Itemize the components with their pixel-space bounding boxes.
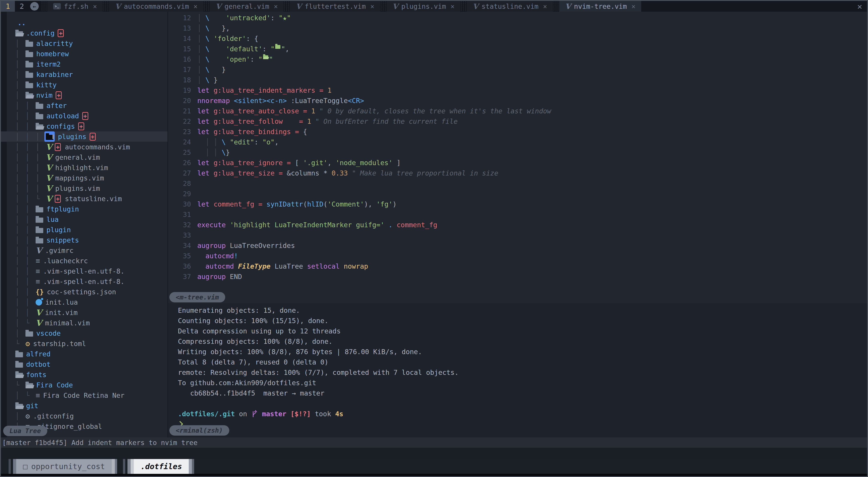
close-tab-icon[interactable]: × — [543, 2, 547, 10]
tab-label: nvim-tree.vim — [574, 2, 627, 10]
stripe — [189, 459, 192, 474]
tabpage-1[interactable]: 1 — [1, 1, 15, 12]
close-tab-icon[interactable]: × — [451, 2, 455, 10]
tree-item-dotbot[interactable]: dotbot — [1, 359, 167, 370]
json-file-icon: {} — [36, 288, 44, 296]
tree-item-coc-settings.json[interactable]: ││{}coc-settings.json — [1, 287, 167, 297]
tab-statusline.vim[interactable]: Vstatusline.vim× — [467, 1, 553, 12]
bottom-gap — [1, 448, 867, 459]
tree-item-snippets[interactable]: ││snippets — [1, 235, 167, 245]
tree-item-.gitconfig[interactable]: │⚙.gitconfig — [1, 411, 167, 421]
editor-line: 15│ \ 'default': "", — [168, 45, 867, 55]
tmux-window-label: opportunity_cost — [31, 462, 105, 471]
tree-item-label: plugins.vim — [55, 184, 100, 192]
terminal-statusline-pill: <rminal(zsh) — [169, 425, 229, 436]
tree-item-fonts[interactable]: fonts — [1, 370, 167, 380]
tree-item-autoload[interactable]: ││autoload+ — [1, 111, 167, 121]
tree-item-label: fonts — [26, 371, 46, 379]
tabline: 1 2 ← >_fzf.sh×Vautocommands.vim×Vgenera… — [1, 1, 867, 12]
tmux-window-opportunity-cost[interactable]: □ opportunity_cost — [8, 459, 117, 474]
text-file-icon: ≡ — [36, 257, 40, 264]
indent-guides: │ — [15, 50, 26, 58]
folder-icon — [26, 83, 33, 88]
terminal-icon: >_ — [53, 3, 61, 9]
tree-item-alfred[interactable]: alfred — [1, 349, 167, 359]
tree-item-minimal.vim[interactable]: │└Vminimal.vim — [1, 318, 167, 328]
close-tab-icon[interactable]: × — [370, 2, 374, 10]
tree-item-init.vim[interactable]: ││Vinit.vim — [1, 307, 167, 318]
tmux-window-dotfiles[interactable]: .dotfiles — [123, 459, 194, 474]
tab-autocommands.vim[interactable]: Vautocommands.vim× — [109, 1, 204, 12]
tree-item-Fira-Code[interactable]: └Fira Code — [1, 380, 167, 390]
tab-separator — [204, 1, 210, 12]
prompt-input-line[interactable] — [178, 419, 867, 429]
stripe — [192, 459, 194, 474]
line-number: 29 — [168, 190, 197, 200]
tree-item-Fira-Code-Retina-Ner[interactable]: │└≡Fira Code Retina Ner — [1, 390, 167, 401]
tree-item-starship.toml[interactable]: └⚙starship.toml — [1, 338, 167, 349]
tree-item-.gvimrc[interactable]: ││V.gvimrc — [1, 245, 167, 255]
tree-item-.config[interactable]: .config+ — [1, 28, 167, 38]
close-tab-icon[interactable]: × — [631, 2, 636, 10]
tree-item-ftplugin[interactable]: ││ftplugin — [1, 204, 167, 214]
tree-item-alacritty[interactable]: │alacritty — [1, 38, 167, 48]
indent-guides: │ — [15, 71, 26, 78]
editor-line: 33 — [168, 231, 867, 242]
tree-item-label: starship.toml — [33, 340, 86, 348]
vim-file-icon: V — [36, 308, 42, 316]
tree-item-highlight.vim[interactable]: │││Vhighlight.vim — [1, 163, 167, 173]
tree-item-general.vim[interactable]: │││Vgeneral.vim — [1, 152, 167, 163]
tree-item-label: mappings.vim — [55, 174, 104, 182]
tree-item-lua[interactable]: ││lua — [1, 214, 167, 225]
tree-item-..[interactable]: .. — [1, 18, 167, 28]
close-tab-icon[interactable]: × — [193, 2, 197, 10]
git-new-icon: + — [58, 29, 64, 37]
tree-item-.luacheckrc[interactable]: ││≡.luacheckrc — [1, 255, 167, 266]
tree-item-plugin[interactable]: ││plugin — [1, 225, 167, 235]
tree-item-after[interactable]: ││after — [1, 100, 167, 111]
tree-item-mappings.vim[interactable]: │││Vmappings.vim — [1, 173, 167, 183]
close-all-icon[interactable]: ✕ — [857, 2, 862, 11]
tree-item-label: .gitconfig — [33, 412, 74, 420]
tree-item-plugins[interactable]: │││plugins+ — [1, 131, 167, 142]
editor-line: 32execute 'highlight LuaTreeIndentMarker… — [168, 221, 867, 231]
tree-item-plugins.vim[interactable]: │││Vplugins.vim — [1, 183, 167, 194]
tree-item-git[interactable]: git — [1, 401, 167, 411]
line-number: 37 — [168, 273, 197, 283]
editor-window[interactable]: 12│ \ 'untracked': "★"13│ \ },14│ \ 'fol… — [168, 12, 867, 303]
right-column: 12│ \ 'untracked': "★"13│ \ },14│ \ 'fol… — [168, 12, 867, 437]
close-tab-icon[interactable]: × — [93, 2, 97, 10]
tree-item-karabiner[interactable]: │karabiner — [1, 69, 167, 80]
folder-open-icon — [15, 31, 23, 36]
tree-item-label: lua — [46, 215, 59, 224]
tree-item-iterm2[interactable]: │iterm2 — [1, 59, 167, 69]
terminal-window[interactable]: Enumerating objects: 15, done.Counting o… — [168, 303, 867, 437]
tree-item-init.lua[interactable]: ││init.lua — [1, 297, 167, 307]
tree-item-nvim[interactable]: │nvim+ — [1, 90, 167, 100]
tree-item-kitty[interactable]: │kitty — [1, 80, 167, 90]
tab-fzf.sh[interactable]: >_fzf.sh× — [47, 1, 103, 12]
tree-item-.vim-spell-en.utf-8.[interactable]: ││≡.vim-spell-en.utf-8. — [1, 276, 167, 287]
line-number: 24 — [168, 138, 197, 148]
tree-item-homebrew[interactable]: │homebrew — [1, 48, 167, 59]
stripe — [123, 459, 125, 474]
tab-nvim-tree.vim[interactable]: Vnvim-tree.vim× — [559, 1, 641, 12]
tree-item-label: autocommands.vim — [65, 143, 130, 151]
close-tab-icon[interactable]: × — [274, 2, 278, 10]
tree-item-vscode[interactable]: │vscode — [1, 328, 167, 338]
tree-item-.vim-spell-en.utf-8.[interactable]: ││≡.vim-spell-en.utf-8. — [1, 266, 167, 276]
tree-item-autocommands.vim[interactable]: │││V+autocommands.vim — [1, 142, 167, 152]
main-area: ...config+│alacritty│homebrew│iterm2│kar… — [1, 12, 867, 437]
history-back-icon[interactable]: ← — [30, 2, 39, 10]
tab-fluttertest.vim[interactable]: Vfluttertest.vim× — [290, 1, 380, 12]
git-branch-icon — [251, 409, 258, 418]
tab-general.vim[interactable]: Vgeneral.vim× — [210, 1, 284, 12]
line-number: 34 — [168, 242, 197, 252]
tab-plugins.vim[interactable]: Vplugins.vim× — [386, 1, 460, 12]
tree-item-statusline.vim[interactable]: ││└V+statusline.vim — [1, 194, 167, 204]
line-number: 30 — [168, 200, 197, 211]
tabpage-2[interactable]: 2 — [15, 1, 29, 12]
tab-separator — [460, 1, 467, 12]
editor-line: 34augroup LuaTreeOverrides — [168, 242, 867, 252]
tree-item-configs[interactable]: ││configs+ — [1, 121, 167, 131]
